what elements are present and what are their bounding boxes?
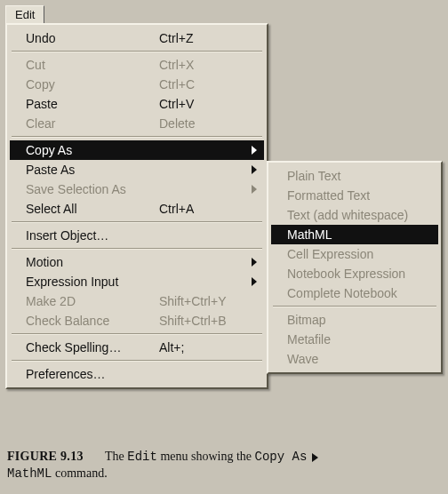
submenu-arrow-icon (252, 146, 257, 155)
submenu-arrow-icon (252, 277, 257, 286)
menu-shortcut: Ctrl+V (159, 97, 194, 111)
submenu-item-metafile: Metafile (271, 330, 438, 349)
menu-item-check-balance: Check Balance Shift+Ctrl+B (10, 311, 264, 331)
submenu-arrow-icon (252, 185, 257, 194)
submenu-item-mathml[interactable]: MathML (271, 225, 438, 244)
menu-item-copy: Copy Ctrl+C (10, 75, 264, 94)
menu-label: Notebook Expression (287, 267, 405, 281)
edit-dropdown-menu: Undo Ctrl+Z Cut Ctrl+X Copy Ctrl+C Paste… (5, 23, 268, 389)
menu-shortcut: Ctrl+Z (159, 31, 194, 45)
right-arrow-icon (312, 453, 318, 462)
menu-separator (12, 51, 262, 52)
caption-text: command. (52, 466, 107, 480)
menu-item-expression-input[interactable]: Expression Input (10, 272, 264, 291)
menu-item-make-2d: Make 2D Shift+Ctrl+Y (10, 291, 264, 311)
menu-item-insert-object[interactable]: Insert Object… (10, 226, 264, 245)
menu-item-motion[interactable]: Motion (10, 252, 264, 272)
menu-separator (12, 333, 262, 335)
menu-label: Clear (26, 116, 55, 131)
submenu-item-bitmap: Bitmap (271, 310, 438, 330)
menu-item-check-spelling[interactable]: Check Spelling… Alt+; (10, 338, 264, 357)
menu-label: Text (add whitespace) (287, 208, 408, 222)
menu-label: Complete Notebook (287, 286, 397, 300)
caption-mono: Copy As (255, 450, 308, 464)
menu-item-paste[interactable]: Paste Ctrl+V (10, 94, 264, 114)
menu-separator (12, 221, 262, 223)
menu-shortcut: Alt+; (159, 340, 184, 355)
caption-mono: MathML (7, 466, 52, 481)
menu-label: Plain Text (287, 169, 340, 183)
submenu-arrow-icon (252, 165, 257, 174)
submenu-item-text-whitespace: Text (add whitespace) (271, 205, 438, 225)
menu-label: Preferences… (26, 367, 105, 381)
submenu-item-complete-notebook: Complete Notebook (271, 283, 438, 303)
menu-item-save-selection-as: Save Selection As (10, 179, 264, 199)
menu-label: Bitmap (287, 313, 326, 327)
menu-item-cut: Cut Ctrl+X (10, 55, 264, 75)
menu-label: Cell Expression (287, 247, 373, 261)
menu-shortcut: Ctrl+A (159, 202, 194, 216)
menu-label: Check Balance (26, 314, 109, 328)
submenu-arrow-icon (252, 258, 257, 267)
menu-item-paste-as[interactable]: Paste As (10, 160, 264, 179)
figure-label: FIGURE 9.13 (7, 450, 84, 463)
menu-label: MathML (287, 227, 332, 242)
menu-item-clear: Clear Delete (10, 114, 264, 133)
menu-label: Check Spelling… (26, 340, 121, 355)
submenu-item-cell-expression: Cell Expression (271, 244, 438, 264)
menu-label: Undo (26, 31, 55, 45)
menu-shortcut: Shift+Ctrl+Y (159, 294, 226, 308)
menu-shortcut: Ctrl+X (159, 58, 194, 72)
menu-title-edit[interactable]: Edit (5, 5, 44, 24)
caption-text: The (105, 450, 127, 463)
menu-shortcut: Delete (159, 116, 195, 131)
menu-item-preferences[interactable]: Preferences… (10, 364, 264, 384)
menu-label: Insert Object… (26, 228, 108, 243)
submenu-item-formatted-text: Formatted Text (271, 186, 438, 205)
submenu-item-wave: Wave (271, 349, 438, 369)
menu-label: Motion (26, 255, 63, 269)
figure-caption: FIGURE 9.13 The Edit menu showing the Co… (7, 449, 441, 482)
caption-text: menu showing the (157, 450, 255, 463)
menu-label: Cut (26, 58, 45, 72)
menu-shortcut: Shift+Ctrl+B (159, 314, 226, 328)
menu-separator (12, 136, 262, 138)
copy-as-submenu: Plain Text Formatted Text Text (add whit… (267, 161, 443, 374)
menu-item-undo[interactable]: Undo Ctrl+Z (10, 28, 264, 48)
menu-shortcut: Ctrl+C (159, 77, 195, 92)
menu-label: Copy As (26, 143, 72, 157)
menu-separator (12, 360, 262, 362)
menu-label: Expression Input (26, 275, 118, 289)
submenu-item-plain-text: Plain Text (271, 166, 438, 186)
menu-label: Paste As (26, 163, 75, 177)
menu-label: Save Selection As (26, 182, 126, 196)
menu-separator (12, 248, 262, 250)
menu-item-select-all[interactable]: Select All Ctrl+A (10, 199, 264, 219)
menu-label: Paste (26, 97, 58, 111)
menu-label: Metafile (287, 332, 331, 347)
menu-label: Wave (287, 352, 318, 366)
menu-label: Copy (26, 77, 55, 92)
menu-label: Make 2D (26, 294, 76, 308)
menu-item-copy-as[interactable]: Copy As (10, 140, 264, 160)
menu-label: Formatted Text (287, 188, 370, 203)
submenu-item-notebook-expression: Notebook Expression (271, 264, 438, 283)
caption-mono: Edit (127, 450, 157, 464)
menu-label: Select All (26, 202, 77, 216)
menu-separator (273, 306, 436, 307)
